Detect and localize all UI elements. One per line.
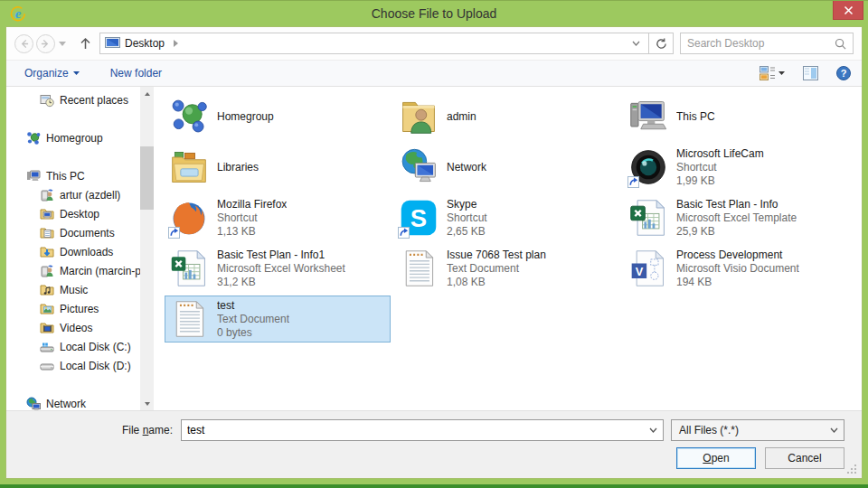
file-name-input[interactable] <box>182 424 643 436</box>
sidebar-item[interactable]: Network <box>6 394 140 410</box>
chevron-down-icon <box>778 71 785 75</box>
file-tile[interactable]: S Skype Shortcut 2,65 KB <box>394 194 620 241</box>
search-input[interactable] <box>687 37 835 50</box>
sidebar-item[interactable]: Documents <box>6 223 140 242</box>
scroll-down-icon[interactable] <box>140 397 154 410</box>
file-tile[interactable]: test Text Document 0 bytes <box>165 296 391 343</box>
open-button[interactable]: Open <box>676 447 756 469</box>
refresh-button[interactable] <box>649 33 674 54</box>
sidebar-item-label: Network <box>46 398 86 410</box>
downloads-folder-icon <box>40 245 54 259</box>
file-size: 31,2 KB <box>217 276 345 289</box>
file-name-dropdown-icon[interactable] <box>643 420 663 440</box>
forward-button[interactable] <box>36 34 55 53</box>
sidebar-item[interactable]: Downloads <box>6 242 140 261</box>
navigation-pane: Recent places Homegroup This PC artur (a… <box>6 87 154 410</box>
sidebar-item-label: Videos <box>60 322 92 334</box>
local-disk-c-icon <box>40 340 54 354</box>
file-name: Mozilla Firefox <box>217 198 287 211</box>
documents-folder-icon <box>40 226 54 240</box>
file-name-combobox[interactable] <box>181 419 664 441</box>
file-tile[interactable]: Mozilla Firefox Shortcut 1,13 KB <box>165 194 391 241</box>
file-type: Microsoft Excel Worksheet <box>217 262 345 276</box>
address-history-dropdown-icon[interactable] <box>624 33 648 53</box>
file-name: test <box>217 299 289 313</box>
svg-text:?: ? <box>841 68 847 79</box>
file-name: Basic Test Plan - Info <box>676 198 797 211</box>
this-pc-small-icon <box>26 169 41 183</box>
help-button[interactable]: ? <box>836 66 851 80</box>
sidebar-item[interactable]: artur (azdell) <box>6 185 140 204</box>
sidebar-item-label: Local Disk (D:) <box>60 360 131 372</box>
file-type-value: All Files (*.*) <box>679 424 739 436</box>
chevron-down-icon <box>73 71 80 75</box>
videos-folder-icon <box>40 321 54 335</box>
organize-label: Organize <box>24 67 69 80</box>
sidebar-item[interactable]: Desktop <box>6 204 140 223</box>
preview-pane-button[interactable] <box>803 66 818 80</box>
file-tile[interactable]: Issue 7068 Test plan Text Document 1,08 … <box>394 245 620 292</box>
shortcut-overlay-icon <box>398 227 410 239</box>
file-type-dropdown-icon[interactable] <box>824 420 844 440</box>
organize-menu-button[interactable]: Organize <box>24 67 80 80</box>
file-type: Text Document <box>447 262 546 276</box>
excel-worksheet-icon <box>169 249 209 288</box>
recent-places-icon <box>40 93 54 108</box>
sidebar-item[interactable]: Local Disk (C:) <box>6 337 140 356</box>
file-tile[interactable]: Homegroup <box>165 93 391 140</box>
text-document-icon <box>169 299 209 339</box>
svg-text:e: e <box>15 6 22 21</box>
new-folder-button[interactable]: New folder <box>110 67 162 80</box>
scrollbar-thumb[interactable] <box>140 146 154 210</box>
sidebar-item[interactable]: Local Disk (D:) <box>6 356 140 375</box>
sidebar-item[interactable]: This PC <box>6 166 140 185</box>
title-bar[interactable]: e Choose File to Upload <box>0 1 868 26</box>
file-name: admin <box>447 110 476 124</box>
pictures-folder-icon <box>40 302 54 316</box>
scroll-up-icon[interactable] <box>140 87 154 100</box>
shortcut-overlay-icon <box>627 176 639 188</box>
search-box[interactable] <box>680 33 854 54</box>
close-button[interactable] <box>833 1 863 20</box>
file-tile[interactable]: This PC <box>624 93 850 140</box>
recent-pages-dropdown[interactable] <box>59 42 66 46</box>
file-type: Microsoft Visio Document <box>676 262 799 276</box>
file-tile[interactable]: Microsoft LifeCam Shortcut 1,99 KB <box>624 144 850 191</box>
cancel-button[interactable]: Cancel <box>765 447 844 469</box>
back-button[interactable] <box>14 34 33 53</box>
new-folder-label: New folder <box>110 67 162 80</box>
sidebar-item[interactable]: Homegroup <box>6 128 140 147</box>
file-name: Libraries <box>217 161 259 174</box>
file-name: Skype <box>447 198 487 211</box>
file-tile[interactable]: V Process Development Microsoft Visio Do… <box>624 245 850 292</box>
svg-text:S: S <box>410 204 427 232</box>
network-globe-icon <box>399 147 439 187</box>
sidebar-item[interactable]: Marcin (marcin-p <box>6 261 140 280</box>
file-name: Microsoft LifeCam <box>676 147 764 161</box>
sidebar-item[interactable]: Recent places <box>6 90 140 109</box>
sidebar-scrollbar[interactable] <box>140 87 154 410</box>
sidebar-item[interactable]: Music <box>6 280 140 299</box>
file-tile[interactable]: Libraries <box>165 144 391 191</box>
sidebar-item[interactable]: Videos <box>6 318 140 337</box>
resize-grip[interactable] <box>846 464 857 474</box>
up-one-level-button[interactable] <box>80 37 91 50</box>
change-view-button[interactable] <box>760 66 785 80</box>
file-size: 2,65 KB <box>447 225 487 239</box>
sidebar-item[interactable]: Pictures <box>6 299 140 318</box>
file-tile[interactable]: Network <box>394 144 620 191</box>
user-profile-icon <box>40 188 54 202</box>
choose-file-dialog: e Choose File to Upload <box>0 0 868 488</box>
breadcrumb-location[interactable]: Desktop <box>125 37 165 50</box>
file-tile[interactable]: Basic Test Plan - Info1 Microsoft Excel … <box>165 245 391 292</box>
file-tile[interactable]: admin <box>394 93 620 140</box>
desktop-folder-icon <box>40 207 54 221</box>
file-type: Microsoft Excel Template <box>676 211 797 225</box>
file-type-combobox[interactable]: All Files (*.*) <box>671 419 844 441</box>
visio-icon: V <box>628 249 668 288</box>
breadcrumb-expand-icon[interactable] <box>174 37 178 50</box>
file-name: Basic Test Plan - Info1 <box>217 249 345 262</box>
file-tile[interactable]: Basic Test Plan - Info Microsoft Excel T… <box>624 194 850 241</box>
address-box[interactable]: Desktop <box>99 33 649 54</box>
file-column: admin Network S <box>394 93 622 410</box>
